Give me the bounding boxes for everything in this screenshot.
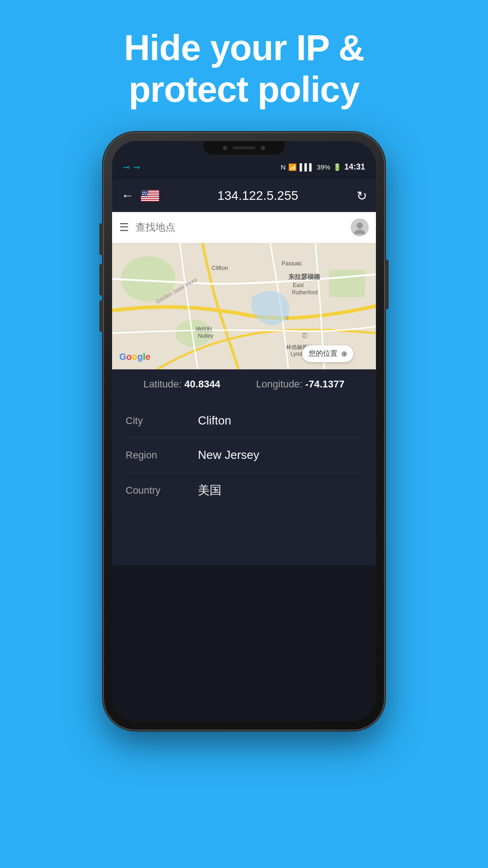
battery-percent: 39% — [317, 163, 330, 171]
svg-text:东拉瑟福德: 东拉瑟福德 — [288, 273, 320, 280]
svg-text:㉑: ㉑ — [302, 332, 308, 339]
signal-icon: ▌▌▌ — [300, 163, 314, 171]
latitude-value: 40.8344 — [184, 378, 221, 390]
camera-dot — [223, 146, 227, 150]
crosshair-icon: ⊕ — [341, 349, 347, 358]
ip-address-display: 134.122.5.255 — [166, 189, 349, 203]
my-location-button[interactable]: 您的位置 ⊕ — [302, 345, 353, 362]
city-row: City Clifton — [126, 404, 362, 438]
vpn-key-icon: ⊸ — [123, 162, 130, 172]
menu-icon[interactable]: ☰ — [119, 221, 129, 234]
country-row: Country 美国 — [126, 472, 362, 508]
back-button[interactable]: ← — [121, 189, 134, 203]
map-view[interactable]: Garden State Pkwy ③ ㉑ 东拉瑟福德 East Rutherf… — [112, 243, 376, 369]
longitude-value: -74.1377 — [305, 378, 345, 390]
location-button-label: 您的位置 — [309, 349, 338, 359]
nfc-icon: N — [281, 163, 286, 171]
status-right: N 📶 ▌▌▌ 39% 🔋 14:31 — [281, 162, 365, 172]
coordinates-row: Latitude: 40.8344 Longitude: -74.1377 — [112, 369, 376, 399]
hero-title: Hide your IP & protect policy — [0, 0, 488, 133]
svg-text:★★★: ★★★ — [142, 191, 148, 193]
svg-text:Clifton: Clifton — [211, 264, 228, 271]
latitude-label: Latitude: — [144, 378, 182, 390]
country-value: 美国 — [198, 482, 221, 498]
svg-rect-5 — [141, 198, 159, 199]
longitude-label: Longitude: — [256, 378, 303, 390]
city-value: Clifton — [198, 414, 231, 428]
phone-frame: ⊸ ⊸ N 📶 ▌▌▌ 39% 🔋 14:31 ← — [104, 133, 384, 730]
svg-text:纳特利: 纳特利 — [196, 326, 212, 332]
svg-point-10 — [357, 222, 363, 229]
bottom-area — [112, 565, 376, 722]
svg-text:Passaic: Passaic — [282, 260, 302, 267]
status-bar: ⊸ ⊸ N 📶 ▌▌▌ 39% 🔋 14:31 — [112, 155, 376, 179]
notch-area — [112, 141, 376, 155]
search-input[interactable] — [136, 222, 344, 233]
svg-text:Nutley: Nutley — [198, 333, 213, 339]
speaker — [233, 146, 255, 149]
time-display: 14:31 — [344, 162, 365, 172]
notch — [203, 141, 285, 155]
longitude-display: Longitude: -74.1377 — [256, 378, 345, 390]
phone-screen: ⊸ ⊸ N 📶 ▌▌▌ 39% 🔋 14:31 ← — [112, 141, 376, 722]
region-value: New Jersey — [198, 448, 259, 462]
sensor-dot — [261, 146, 265, 150]
latitude-display: Latitude: 40.8344 — [144, 378, 221, 390]
svg-point-11 — [354, 230, 365, 234]
wifi-icon: 📶 — [288, 163, 297, 171]
svg-rect-15 — [329, 270, 365, 297]
country-flag: ★★★ ★★★ — [141, 190, 159, 202]
search-bar: ☰ — [112, 212, 376, 243]
region-row: Region New Jersey — [126, 438, 362, 472]
svg-rect-6 — [141, 200, 159, 201]
svg-text:Rutherford: Rutherford — [292, 289, 318, 296]
refresh-button[interactable]: ↻ — [357, 189, 367, 203]
status-left: ⊸ ⊸ — [123, 162, 140, 172]
google-logo: Google — [119, 352, 150, 362]
svg-text:East: East — [293, 282, 304, 288]
svg-rect-4 — [141, 196, 159, 197]
battery-icon: 🔋 — [333, 163, 342, 171]
country-label: Country — [126, 485, 198, 496]
hero-title-text: Hide your IP & protect policy — [0, 27, 488, 110]
region-label: Region — [126, 449, 198, 461]
avatar-icon[interactable] — [351, 218, 369, 236]
location-details: City Clifton Region New Jersey Country 美… — [112, 399, 376, 565]
nav-bar: ← ★★★ ★★★ 134.122.5.255 ↻ — [112, 179, 376, 212]
phone-mockup: ⊸ ⊸ N 📶 ▌▌▌ 39% 🔋 14:31 ← — [0, 133, 488, 730]
vpn-key-icon-2: ⊸ — [133, 162, 140, 172]
city-label: City — [126, 415, 198, 427]
